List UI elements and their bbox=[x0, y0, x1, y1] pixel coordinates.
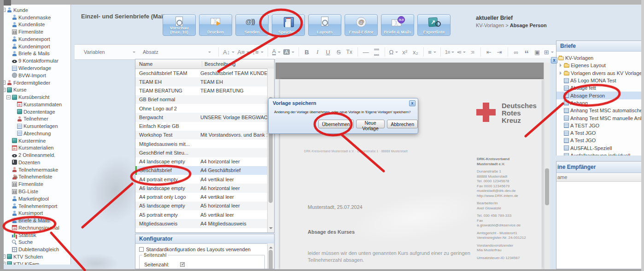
sidebar-item-teilnehmermaske[interactable]: Teilnehmermaske bbox=[0, 166, 70, 173]
briefe-item-kv-vorlagen[interactable]: KV-Vorlagen bbox=[556, 54, 641, 62]
table-row-a6-landscape-empty[interactable]: A6 landscape emptyA6 horizontal leer bbox=[135, 184, 267, 192]
briefe-item-absage-fett[interactable]: Absage fett bbox=[556, 84, 641, 92]
sidebar-item-teilnehmer[interactable]: Teilnehmer bbox=[0, 115, 70, 122]
chevron-right-icon[interactable] bbox=[560, 71, 563, 75]
scroll-down-icon[interactable] bbox=[269, 227, 273, 231]
table-row-a4-portrait-empty[interactable]: A4 portrait emptyA4 vertikal leer bbox=[135, 175, 267, 184]
senden-button[interactable]: Senden bbox=[235, 14, 269, 36]
italic-icon[interactable]: I bbox=[314, 47, 322, 57]
email-editor-button[interactable]: Email-Editor bbox=[345, 14, 378, 36]
blockquote-icon[interactable]: “ bbox=[523, 47, 531, 57]
sidebar-item-marketingtool[interactable]: Marketingtool bbox=[0, 195, 70, 202]
table-row-a5-landscape-empty[interactable]: A5 landscape emptyA5 horizontal leer bbox=[135, 202, 267, 210]
layouts-button[interactable]: Layouts bbox=[308, 14, 341, 36]
sidebar-item-ktv-kifem[interactable]: +KTV KiFem bbox=[0, 260, 70, 265]
close-editor-icon[interactable]: x bbox=[551, 57, 557, 63]
sidebar-item-firmenliste[interactable]: Firmenliste bbox=[0, 28, 70, 35]
sidebar-item-ktv-schulen[interactable]: +KTV Schulen bbox=[0, 253, 70, 260]
definition-list-icon[interactable]: :≡ bbox=[468, 47, 476, 57]
table-icon[interactable]: ⊞ bbox=[544, 47, 554, 57]
underline-icon[interactable]: U bbox=[324, 47, 332, 57]
align-icon[interactable]: ≡ bbox=[428, 47, 436, 57]
sidebar-item-wiedervorlage[interactable]: Wiedervorlage bbox=[0, 64, 70, 72]
column-header-name[interactable]: Name bbox=[135, 61, 202, 67]
document-scrollbar-thumb[interactable] bbox=[545, 168, 549, 205]
sidebar-item-kursimport[interactable]: Kursimport bbox=[0, 209, 70, 217]
font-size-icon[interactable]: A↕ bbox=[223, 47, 234, 57]
page-break-icon[interactable] bbox=[373, 47, 381, 57]
sidebar-item-2-onlineanmeld[interactable]: 2 Onlineanmeld. bbox=[0, 151, 70, 159]
table-row-bergwacht[interactable]: BergwachtUNSERE Vorlage BERGWACHT bbox=[135, 113, 267, 121]
standard-config-checkbox[interactable] bbox=[139, 247, 144, 252]
briefe-item-vorlagen-divers-aus-kv-vorlagen[interactable]: Vorlagen divers aus KV Vorlagen bbox=[556, 69, 641, 77]
briefe-item-a-test-jgo[interactable]: A Test JGO bbox=[556, 129, 641, 137]
dialog-close-icon[interactable]: x bbox=[409, 100, 416, 106]
table-row-a4-portrait-only-logo[interactable]: A4 portrait only LogoA4 vertikal leer bbox=[135, 193, 267, 202]
sidebar-item-dublettenabgleich[interactable]: Dublettenabgleich bbox=[0, 246, 70, 253]
sidebar-item-kundenimport[interactable]: Kundenimport bbox=[0, 43, 70, 50]
table-row-ohne-logo-auf-2[interactable]: Ohne Logo auf 2 bbox=[135, 104, 267, 113]
bold-icon[interactable]: B bbox=[303, 47, 311, 57]
sidebar-item-abrechnung[interactable]: Abrechnung bbox=[0, 130, 70, 137]
sidebar-item-teilnehmerliste[interactable]: Teilnehmerliste bbox=[0, 173, 70, 181]
briefe-item-anhang-test-msc-automatische[interactable]: Anhang Test MSC automatische bbox=[556, 107, 641, 114]
sidebar-item-fördermitglieder[interactable]: +Fördermitglieder bbox=[0, 79, 70, 86]
tree-expander-icon[interactable]: − bbox=[6, 95, 11, 99]
template-list-scrollbar[interactable] bbox=[267, 69, 274, 232]
table-row-a5-portrait-empty[interactable]: A5 portrait emptyA5 vertikal leer bbox=[135, 210, 267, 219]
sidebar-item-briefe-mails[interactable]: Briefe & Mails bbox=[0, 217, 70, 224]
sidebar-item-suche[interactable]: Suche bbox=[0, 239, 70, 246]
table-row-geschbrief-mit-steu[interactable]: GeschBrief mit Steu... bbox=[135, 148, 267, 157]
sidebar-item-rechnungsjournal[interactable]: Rechnungsjournal bbox=[0, 224, 70, 231]
briefe-item-anhang[interactable]: Anhang bbox=[556, 99, 641, 107]
table-row-geschäftsbrief[interactable]: GeschäftsbriefA4 Geschäftsbrief bbox=[135, 166, 267, 175]
empfaenger-column-header[interactable]: ame bbox=[556, 173, 641, 182]
strikethrough-icon[interactable]: S bbox=[335, 47, 343, 57]
font-style-icon[interactable]: A≡ bbox=[237, 47, 249, 57]
sidebar-item-dozententage[interactable]: Dozententage bbox=[0, 108, 70, 115]
superscript-icon[interactable]: x² bbox=[401, 47, 409, 57]
sidebar-item-kursmaterialien[interactable]: Kursmaterialien bbox=[0, 144, 70, 152]
abbrechen-button[interactable]: Abbrechen bbox=[387, 120, 418, 128]
sidebar-item-briefe-mails[interactable]: Briefe & Mails bbox=[0, 50, 70, 58]
numbered-list-icon[interactable]: 1≡ bbox=[445, 47, 455, 57]
briefe-mails-button[interactable]: Briefe & Mails bbox=[381, 14, 414, 36]
seitenzahl-checkbox[interactable] bbox=[180, 262, 185, 267]
image-icon[interactable]: ▣ bbox=[533, 47, 541, 57]
sidebar-item-kundenmaske[interactable]: Kundenmaske bbox=[0, 14, 70, 21]
sidebar-item-teilnehmerimport[interactable]: Teilnehmerimport bbox=[0, 202, 70, 210]
bullet-list-icon[interactable]: •≡ bbox=[457, 47, 465, 57]
variables-dropdown[interactable]: Variablen bbox=[81, 47, 138, 57]
table-row-gb-brief-normal[interactable]: GB Brief normal bbox=[135, 95, 267, 104]
uebernehmen-button[interactable]: Übernehmen bbox=[318, 120, 354, 128]
briefe-item-ausfall-speziell[interactable]: AUSFALL-Speziell bbox=[556, 144, 641, 152]
table-row-workshop-test[interactable]: Workshop TestMit Vorstandsvors. und Bank… bbox=[135, 131, 267, 139]
horizontal-rule-icon[interactable]: — bbox=[362, 47, 370, 57]
briefe-item-eigenes-layout[interactable]: Eigenes Layout bbox=[556, 62, 641, 69]
table-row-geschäftsbrief-team[interactable]: Geschäftsbrief TEAMGeschäftsbrief TEAM K… bbox=[135, 69, 267, 77]
table-row-mitgliedsausweis-mit[interactable]: Mitgliedsausweis mit... bbox=[135, 139, 267, 148]
sidebar-item-kursunterlagen[interactable]: Kursunterlagen bbox=[0, 122, 70, 130]
scroll-up-icon[interactable] bbox=[269, 245, 273, 248]
paragraph-dropdown[interactable]: Absatz bbox=[140, 47, 214, 57]
sidebar-item-kundenliste[interactable]: Kundenliste bbox=[0, 21, 70, 29]
briefe-item-anhang-test-msc-manuelle-anla[interactable]: Anhang Test MSC manuelle Anla bbox=[556, 114, 641, 121]
briefe-item-a-test-jgo[interactable]: A TEST JGO bbox=[556, 122, 641, 129]
sidebar-item-firmenliste[interactable]: Firmenliste bbox=[0, 180, 70, 188]
subscript-icon[interactable]: x₂ bbox=[411, 47, 419, 57]
sidebar-item-bvw-import[interactable]: BVW-Import bbox=[0, 72, 70, 79]
column-header-beschreibung[interactable]: Beschreibung bbox=[202, 61, 274, 67]
sidebar-item-statistik[interactable]: Statistik bbox=[0, 231, 70, 239]
sidebar-item-bg-liste[interactable]: BG-Liste bbox=[0, 188, 70, 195]
briefe-item-a-test-jgo[interactable]: A Test JGO bbox=[556, 137, 641, 144]
konfigurator-scrollbar-thumb[interactable] bbox=[269, 250, 273, 269]
special-char-icon[interactable]: Ω bbox=[389, 47, 398, 57]
table-row-team-beratung[interactable]: TEAM BERATUNGTEAM BERATUNG bbox=[135, 86, 267, 95]
exportliste-button[interactable]: Exportliste bbox=[417, 14, 451, 36]
outdent-icon[interactable]: ⇤ bbox=[485, 47, 493, 57]
table-row-mitgliedsausweis[interactable]: MitgliedsausweisA4 Mitgliedsausweis bbox=[135, 219, 267, 228]
line-height-icon[interactable]: ↕≡ bbox=[252, 47, 263, 57]
konfigurator-scrollbar[interactable] bbox=[267, 243, 274, 269]
sidebar-item-kursstammdaten[interactable]: Kursstammdaten bbox=[0, 101, 70, 108]
panel-splitter[interactable] bbox=[556, 156, 641, 161]
